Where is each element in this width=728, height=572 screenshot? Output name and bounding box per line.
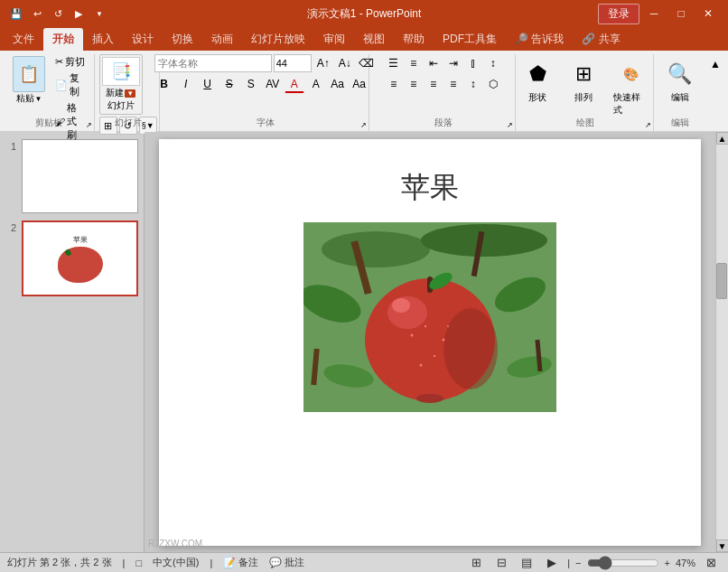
status-divider-3: | xyxy=(567,558,570,568)
canvas-container: 苹果 xyxy=(145,132,728,552)
zoom-in-button[interactable]: + xyxy=(665,558,670,568)
vertical-scrollbar[interactable]: ▲ ▼ xyxy=(715,132,728,552)
scroll-thumb[interactable] xyxy=(716,263,727,299)
underline-button[interactable]: U xyxy=(198,75,218,93)
close-button[interactable]: ✕ xyxy=(695,5,721,23)
font-highlight-button[interactable]: A xyxy=(306,75,326,93)
tab-animations[interactable]: 动画 xyxy=(202,28,242,51)
arrange-button[interactable]: ⊞ 排列 xyxy=(563,54,605,108)
tab-transitions[interactable]: 切换 xyxy=(163,28,202,51)
clipboard-group: 📋 粘贴 ▼ ✂ 剪切 📄 复制 🖌 格式刷 xyxy=(4,54,95,131)
undo-icon[interactable]: ↩ xyxy=(28,5,46,23)
scroll-track[interactable] xyxy=(716,145,729,539)
align-center[interactable]: ≡ xyxy=(405,75,423,93)
clipboard-expand[interactable]: ↗ xyxy=(86,121,92,129)
numbered-list-button[interactable]: ≡ xyxy=(405,54,423,72)
font-size-decrease[interactable]: A↓ xyxy=(335,54,355,72)
watermark: RJZXW.COM xyxy=(148,539,202,549)
ribbon-tabs: 文件 开始 插入 设计 切换 动画 幻灯片放映 审阅 视图 帮助 PDF工具集 … xyxy=(0,27,728,51)
quick-access-toolbar: 💾 ↩ ↺ ▶ ▼ xyxy=(7,5,108,23)
scroll-down-button[interactable]: ▼ xyxy=(716,539,729,552)
paste-dropdown[interactable]: ▼ xyxy=(35,95,42,103)
minimize-button[interactable]: ─ xyxy=(641,5,667,23)
drawing-expand[interactable]: ↗ xyxy=(645,121,651,129)
spacing-button[interactable]: AV xyxy=(263,75,283,93)
normal-view-button[interactable]: ⊞ xyxy=(466,555,486,571)
slide-title[interactable]: 苹果 xyxy=(401,168,459,208)
zoom-out-button[interactable]: − xyxy=(575,558,581,568)
slideshow-view-button[interactable]: ▶ xyxy=(542,555,562,571)
status-bar: 幻灯片 第 2 张，共 2 张 | □ 中文(中国) | 📝 备注 💬 批注 ⊞… xyxy=(0,552,728,572)
bold-button[interactable]: B xyxy=(154,75,174,93)
qa-dropdown-icon[interactable]: ▼ xyxy=(90,5,108,23)
tab-file[interactable]: 文件 xyxy=(4,28,43,51)
shape-button[interactable]: ⬟ 形状 xyxy=(517,54,559,108)
slide-sorter-button[interactable]: ⊟ xyxy=(491,555,511,571)
line-spacing[interactable]: ↕ xyxy=(464,75,482,93)
shadow-button[interactable]: S xyxy=(241,75,261,93)
reading-view-button[interactable]: ▤ xyxy=(517,555,537,571)
tab-insert[interactable]: 插入 xyxy=(83,28,123,51)
window-controls: 登录 ─ □ ✕ xyxy=(598,4,721,24)
scroll-up-button[interactable]: ▲ xyxy=(716,132,729,145)
italic-button[interactable]: I xyxy=(176,75,196,93)
font-name-select[interactable] xyxy=(154,54,272,72)
edit-button[interactable]: 🔍 编辑 xyxy=(658,54,702,108)
maximize-button[interactable]: □ xyxy=(668,5,694,23)
comments-button[interactable]: 💬 批注 xyxy=(269,556,304,569)
login-button[interactable]: 登录 xyxy=(598,4,639,24)
ribbon: 📋 粘贴 ▼ ✂ 剪切 📄 复制 🖌 格式刷 xyxy=(0,51,728,132)
align-right[interactable]: ≡ xyxy=(425,75,443,93)
font-size-select[interactable] xyxy=(274,54,312,72)
indent-decrease[interactable]: ⇤ xyxy=(425,54,443,72)
strikethrough-button[interactable]: S xyxy=(219,75,239,93)
indent-increase[interactable]: ⇥ xyxy=(444,54,462,72)
justify[interactable]: ≡ xyxy=(444,75,462,93)
svg-point-14 xyxy=(443,338,445,341)
slide-image-area[interactable] xyxy=(303,222,556,412)
slide-preview-1[interactable] xyxy=(22,139,138,213)
slides-panel: 1 2 苹果 xyxy=(0,132,145,552)
font-size-2[interactable]: Aa xyxy=(350,75,369,93)
tab-slideshow[interactable]: 幻灯片放映 xyxy=(242,28,314,51)
change-case-button[interactable]: Aa xyxy=(328,75,348,93)
save-icon[interactable]: 💾 xyxy=(7,5,25,23)
zoom-slider[interactable] xyxy=(587,559,659,567)
paragraph-expand[interactable]: ↗ xyxy=(507,121,513,129)
tab-pdf[interactable]: PDF工具集 xyxy=(434,28,506,51)
bullets-button[interactable]: ☰ xyxy=(385,54,403,72)
columns-button[interactable]: ⫿ xyxy=(464,54,482,72)
slide-preview-2[interactable]: 苹果 xyxy=(22,220,138,296)
tab-view[interactable]: 视图 xyxy=(354,28,394,51)
copy-button[interactable]: 📄 复制 xyxy=(52,70,89,99)
text-direction[interactable]: ↕ xyxy=(484,54,502,72)
paste-button[interactable]: 📋 粘贴 ▼ xyxy=(9,54,49,107)
svg-point-16 xyxy=(420,363,423,366)
fit-window-button[interactable]: ⊠ xyxy=(701,555,721,571)
font-expand[interactable]: ↗ xyxy=(360,121,367,129)
smart-art[interactable]: ⬡ xyxy=(484,75,502,93)
notes-button[interactable]: 📝 备注 xyxy=(223,556,258,569)
tab-review[interactable]: 审阅 xyxy=(314,28,354,51)
cut-button[interactable]: ✂ 剪切 xyxy=(52,54,89,70)
font-size-increase[interactable]: A↑ xyxy=(313,54,333,72)
font-color-button[interactable]: A xyxy=(285,75,304,93)
tab-help[interactable]: 帮助 xyxy=(394,28,434,51)
canvas-scroll-area: 苹果 xyxy=(145,132,728,552)
status-divider-1: | xyxy=(123,558,126,568)
notes-icon: 📝 xyxy=(223,557,236,567)
slide-thumb-2[interactable]: 2 苹果 xyxy=(5,220,138,296)
tab-design[interactable]: 设计 xyxy=(123,28,163,51)
paste-icon: 📋 xyxy=(13,56,45,92)
slide-thumb-1[interactable]: 1 xyxy=(5,139,138,213)
tab-search[interactable]: 🔎 告诉我 xyxy=(506,28,573,51)
align-left[interactable]: ≡ xyxy=(385,75,403,93)
quick-styles-button[interactable]: 🎨 快速样式 xyxy=(608,54,654,120)
tab-home[interactable]: 开始 xyxy=(43,28,83,51)
redo-icon[interactable]: ↺ xyxy=(49,5,67,23)
tab-share[interactable]: 🔗 共享 xyxy=(573,28,629,51)
new-slide-button[interactable]: 📑 新建 ▼ 幻灯片 xyxy=(99,54,143,115)
collapse-ribbon-button[interactable]: ▲ xyxy=(706,54,724,74)
font-label: 字体 xyxy=(257,117,275,129)
run-icon[interactable]: ▶ xyxy=(70,5,88,23)
